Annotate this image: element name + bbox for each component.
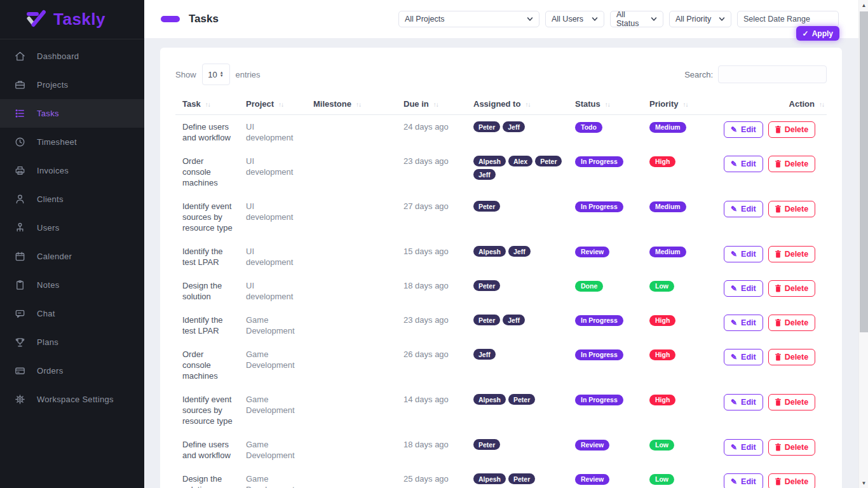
edit-button[interactable]: ✎ Edit (724, 394, 763, 410)
edit-button[interactable]: ✎ Edit (724, 439, 763, 456)
assignee-list: Jeff (473, 349, 563, 360)
brand-logo[interactable]: Taskly (0, 0, 144, 39)
priority-badge: Medium (649, 122, 686, 133)
status-badge: Done (575, 281, 603, 292)
column-header-project[interactable]: Project↑↓ (239, 93, 306, 115)
sidebar-item-clients[interactable]: Clients (0, 185, 144, 214)
priority-badge: Medium (649, 201, 686, 212)
table-row: Identify event sources by resource type … (175, 388, 827, 433)
delete-button[interactable]: Delete (768, 280, 816, 297)
assignee-list: Peter (473, 280, 563, 291)
column-header-priority[interactable]: Priority↑↓ (642, 93, 717, 115)
assignee-list: PeterJeff (473, 121, 563, 132)
priority-badge: High (649, 156, 675, 167)
action-cell: ✎ Edit Delete (717, 342, 827, 388)
action-cell: ✎ Edit Delete (717, 115, 827, 150)
priority-cell: Medium (642, 115, 717, 150)
trash-icon (775, 126, 781, 133)
status-cell: In Progress (568, 308, 642, 342)
delete-button[interactable]: Delete (768, 246, 816, 262)
column-header-milestone[interactable]: Milestone↑↓ (306, 93, 397, 115)
users-filter-select[interactable]: All Users (545, 11, 604, 27)
priority-filter-value: All Priority (675, 15, 711, 24)
date-range-input[interactable]: Select Date Range (737, 11, 839, 27)
assignee-badge: Peter (473, 280, 500, 291)
sidebar-item-dashboard[interactable]: Dashboard (0, 42, 144, 71)
delete-button[interactable]: Delete (768, 473, 816, 488)
sidebar-item-label: Users (37, 223, 59, 233)
priority-cell: High (642, 308, 717, 342)
table-controls: Show 10 ▲▼ entries Search: (175, 60, 827, 88)
edit-button[interactable]: ✎ Edit (724, 246, 763, 262)
page-size-select[interactable]: 10 ▲▼ (202, 64, 230, 85)
status-filter-select[interactable]: All Status (610, 11, 663, 27)
sidebar-item-chat[interactable]: Chat (0, 299, 144, 328)
trash-icon (775, 398, 781, 406)
delete-button[interactable]: Delete (768, 349, 816, 365)
sidebar-item-label: Tasks (37, 109, 59, 118)
sidebar-item-tasks[interactable]: Tasks (0, 99, 144, 128)
sidebar-item-invoices[interactable]: Invoices (0, 156, 144, 185)
pencil-icon: ✎ (731, 443, 737, 452)
due-in-cell: 15 days ago (397, 240, 466, 274)
edit-button-label: Edit (741, 353, 756, 362)
table-row: Define users and workflow UI development… (175, 115, 827, 150)
edit-button[interactable]: ✎ Edit (724, 156, 763, 172)
projects-filter-select[interactable]: All Projects (398, 11, 539, 27)
assignee-badge: Peter (473, 201, 500, 212)
sidebar-item-orders[interactable]: Orders (0, 356, 144, 385)
delete-button[interactable]: Delete (768, 394, 816, 410)
sidebar-item-workspace-settings[interactable]: Workspace Settings (0, 385, 144, 414)
column-header-status[interactable]: Status↑↓ (568, 93, 642, 115)
sort-icon: ↑↓ (205, 101, 210, 108)
search-input[interactable] (718, 65, 827, 83)
status-badge: In Progress (575, 201, 623, 212)
task-list-icon (14, 107, 26, 119)
status-filter-value: All Status (616, 10, 647, 28)
scrollbar-thumb[interactable] (860, 11, 868, 332)
delete-button[interactable]: Delete (768, 315, 816, 331)
column-header-action[interactable]: Action↑↓ (717, 93, 827, 115)
status-badge: In Progress (575, 315, 623, 326)
delete-button-label: Delete (785, 398, 809, 407)
edit-button[interactable]: ✎ Edit (724, 349, 763, 365)
scrollbar-down-arrow[interactable]: ▼ (859, 478, 868, 487)
column-header-task[interactable]: Task↑↓ (175, 93, 239, 115)
delete-button[interactable]: Delete (768, 439, 816, 456)
assignee-badge: Alpesh (473, 473, 506, 484)
edit-button[interactable]: ✎ Edit (724, 315, 763, 331)
edit-button[interactable]: ✎ Edit (724, 201, 763, 217)
sidebar-item-notes[interactable]: Notes (0, 271, 144, 299)
sidebar-item-timesheet[interactable]: Timesheet (0, 128, 144, 156)
priority-cell: High (642, 388, 717, 433)
pencil-icon: ✎ (731, 318, 737, 327)
sidebar-item-plans[interactable]: Plans (0, 328, 144, 356)
action-cell: ✎ Edit Delete (717, 240, 827, 274)
action-cell: ✎ Edit Delete (717, 433, 827, 467)
scrollbar-up-arrow[interactable]: ▲ (859, 1, 868, 10)
column-header-due-in[interactable]: Due in↑↓ (397, 93, 466, 115)
delete-button[interactable]: Delete (768, 201, 816, 217)
column-header-assigned-to[interactable]: Assigned to↑↓ (466, 93, 568, 115)
priority-badge: High (649, 349, 675, 360)
entries-label: entries (236, 70, 261, 79)
project-cell: UI development (239, 274, 306, 308)
edit-button[interactable]: ✎ Edit (724, 280, 763, 297)
delete-button[interactable]: Delete (768, 121, 816, 138)
sidebar-item-projects[interactable]: Projects (0, 71, 144, 99)
apply-button[interactable]: ✓ Apply (796, 26, 839, 41)
priority-filter-select[interactable]: All Priority (669, 11, 731, 27)
sidebar-item-calender[interactable]: Calender (0, 242, 144, 271)
edit-button[interactable]: ✎ Edit (724, 473, 763, 488)
priority-cell: High (642, 149, 717, 194)
delete-button[interactable]: Delete (768, 156, 816, 172)
edit-button-label: Edit (741, 159, 756, 168)
assigned-to-cell: Peter (466, 194, 568, 240)
priority-cell: Medium (642, 240, 717, 274)
priority-cell: Low (642, 433, 717, 467)
page-scrollbar[interactable]: ▲ ▼ (858, 0, 868, 488)
sidebar-item-users[interactable]: Users (0, 214, 144, 242)
status-cell: Todo (568, 115, 642, 150)
edit-button[interactable]: ✎ Edit (724, 121, 763, 138)
delete-button-label: Delete (785, 159, 809, 168)
